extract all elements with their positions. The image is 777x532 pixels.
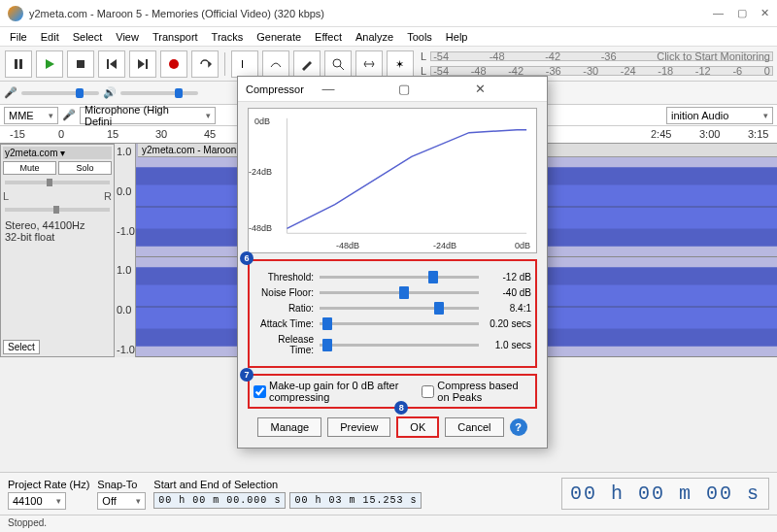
svg-text:✶: ✶	[395, 58, 404, 70]
input-device-combo[interactable]: Microphone (High Defini	[80, 107, 216, 124]
threshold-row: Threshold: -12 dB	[253, 272, 531, 283]
attack-value: 0.20 secs	[485, 318, 531, 329]
pan-slider[interactable]	[5, 208, 110, 212]
app-icon	[8, 6, 23, 21]
svg-rect-3	[77, 60, 84, 68]
skip-start-button[interactable]	[98, 50, 125, 78]
annotation-6: 6	[240, 251, 253, 265]
compressor-dialog: Compressor — ▢ ✕ 0dB -24dB -48dB -48dB -…	[237, 76, 548, 449]
snap-label: Snap-To	[97, 479, 146, 490]
record-button[interactable]	[160, 50, 187, 78]
compressor-params: 6 Threshold: -12 dB Noise Floor: -40 dB …	[248, 259, 537, 368]
zoom-tool[interactable]	[324, 50, 352, 78]
multi-tool[interactable]: ✶	[387, 50, 414, 78]
record-meter[interactable]: -54-48-42-36Click to Start Monitoring	[430, 51, 773, 61]
menu-help[interactable]: Help	[440, 29, 474, 45]
menu-select[interactable]: Select	[67, 29, 109, 45]
envelope-tool[interactable]	[262, 50, 289, 78]
ok-button[interactable]: OK	[396, 416, 439, 438]
timeshift-tool[interactable]	[355, 50, 383, 78]
menu-analyze[interactable]: Analyze	[350, 29, 399, 45]
track-name[interactable]: y2meta.com ▾	[3, 147, 112, 159]
solo-button[interactable]: Solo	[58, 161, 112, 175]
svg-marker-6	[138, 59, 145, 69]
noise-floor-slider[interactable]	[320, 291, 479, 294]
noise-floor-row: Noise Floor: -40 dB	[253, 287, 531, 298]
maximize-button[interactable]: ▢	[737, 7, 747, 19]
meters: L-54-48-42-36Click to Start Monitoring L…	[421, 50, 773, 78]
release-row: Release Time: 1.0 secs	[253, 334, 531, 355]
svg-rect-0	[15, 59, 17, 69]
amplitude-scale: 1.00.0-1.0 1.00.0-1.0	[115, 144, 136, 357]
selection-tool[interactable]: I	[231, 50, 258, 78]
svg-point-10	[333, 59, 341, 67]
mic-icon-2: 🎤	[62, 109, 76, 121]
stop-button[interactable]	[67, 50, 94, 78]
dialog-titlebar[interactable]: Compressor — ▢ ✕	[238, 77, 547, 102]
record-volume-slider[interactable]	[21, 91, 99, 95]
audio-position[interactable]: 00 h 00 m 00 s	[561, 478, 769, 510]
draw-tool[interactable]	[293, 50, 321, 78]
close-button[interactable]: ✕	[760, 7, 769, 19]
svg-line-11	[340, 66, 344, 70]
ratio-row: Ratio: 8.4:1	[253, 303, 531, 314]
menu-transport[interactable]: Transport	[147, 29, 204, 45]
menu-bar: File Edit Select View Transport Tracks G…	[0, 27, 777, 47]
attack-slider[interactable]	[320, 322, 479, 325]
mute-button[interactable]: Mute	[3, 161, 56, 175]
host-combo[interactable]: MME	[4, 107, 58, 124]
dialog-close[interactable]: ✕	[475, 82, 540, 96]
cancel-button[interactable]: Cancel	[445, 417, 503, 437]
makeup-gain-checkbox[interactable]: Make-up gain for 0 dB after compressing	[253, 380, 412, 403]
svg-rect-1	[19, 59, 22, 69]
menu-file[interactable]: File	[4, 29, 33, 45]
skip-end-button[interactable]	[129, 50, 156, 78]
dialog-title: Compressor	[246, 83, 311, 95]
loop-button[interactable]	[191, 50, 219, 78]
selection-start[interactable]: 00 h 00 m 00.000 s	[153, 492, 286, 509]
svg-rect-7	[146, 59, 148, 69]
manage-button[interactable]: Manage	[257, 417, 321, 437]
threshold-value: -12 dB	[485, 272, 531, 283]
gain-slider[interactable]	[5, 181, 110, 184]
minimize-button[interactable]: —	[713, 7, 724, 19]
preview-button[interactable]: Preview	[327, 417, 390, 437]
ratio-value: 8.4:1	[485, 303, 531, 314]
menu-generate[interactable]: Generate	[251, 29, 307, 45]
release-slider[interactable]	[320, 344, 479, 347]
menu-tracks[interactable]: Tracks	[206, 29, 250, 45]
dialog-minimize[interactable]: —	[322, 82, 388, 96]
peaks-checkbox[interactable]: Compress based on Peaks	[422, 380, 531, 403]
annotation-8: 8	[394, 401, 408, 415]
speaker-icon: 🔊	[103, 86, 117, 100]
window-title: y2meta.com - Maroon 5 - Memories (Offici…	[29, 8, 713, 19]
meter-l-label: L	[421, 50, 426, 62]
release-value: 1.0 secs	[485, 340, 531, 350]
menu-edit[interactable]: Edit	[35, 29, 65, 45]
menu-tools[interactable]: Tools	[401, 29, 438, 45]
menu-effect[interactable]: Effect	[309, 29, 348, 45]
svg-marker-2	[46, 59, 54, 69]
playback-volume-slider[interactable]	[120, 91, 198, 95]
project-rate-combo[interactable]: 44100	[8, 492, 66, 510]
play-button[interactable]	[36, 50, 63, 78]
project-rate-label: Project Rate (Hz)	[8, 479, 89, 490]
selection-toolbar: Project Rate (Hz) 44100 Snap-To Off Star…	[0, 472, 777, 515]
compressor-options: 7 Make-up gain for 0 dB after compressin…	[248, 374, 537, 409]
snap-combo[interactable]: Off	[97, 492, 146, 510]
help-button[interactable]: ?	[510, 418, 527, 436]
track-control-panel: y2meta.com ▾ Mute Solo LR Stereo, 44100H…	[0, 144, 115, 357]
status-bar: Stopped.	[0, 515, 777, 532]
output-device-combo[interactable]: inition Audio	[666, 107, 773, 124]
track-select-button[interactable]: Select	[3, 340, 40, 354]
ratio-slider[interactable]	[320, 307, 479, 310]
pause-button[interactable]	[5, 50, 32, 78]
svg-marker-5	[110, 59, 117, 69]
dialog-maximize[interactable]: ▢	[398, 82, 463, 96]
menu-view[interactable]: View	[110, 29, 145, 45]
selection-end[interactable]: 00 h 03 m 15.253 s	[289, 492, 422, 509]
selection-range-label: Start and End of Selection	[153, 479, 422, 490]
playback-meter[interactable]: -54-48-42-36-30-24-18-12-60	[430, 66, 773, 76]
window-titlebar: y2meta.com - Maroon 5 - Memories (Offici…	[0, 0, 777, 27]
threshold-slider[interactable]	[320, 276, 479, 279]
